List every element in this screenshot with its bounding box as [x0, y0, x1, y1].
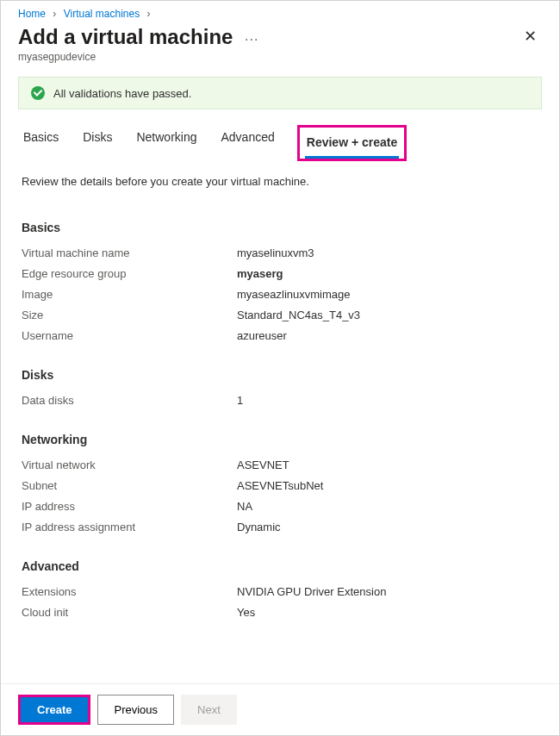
value-resource-group: myaserg [237, 267, 283, 280]
page-title: Add a virtual machine [18, 25, 233, 48]
tab-disks[interactable]: Disks [81, 125, 114, 161]
value-ip-assignment: Dynamic [237, 521, 281, 533]
value-data-disks: 1 [237, 394, 243, 407]
breadcrumb-home[interactable]: Home [18, 8, 46, 20]
label-ip-assignment: IP address assignment [22, 521, 237, 533]
label-extensions: Extensions [22, 585, 237, 598]
label-resource-group: Edge resource group [22, 267, 237, 280]
value-extensions: NVIDIA GPU Driver Extension [237, 585, 386, 598]
chevron-right-icon: › [53, 8, 56, 20]
close-icon[interactable]: ✕ [519, 25, 542, 47]
label-vm-name: Virtual machine name [22, 246, 237, 259]
resource-subtitle: myasegpudevice [1, 49, 559, 77]
create-button[interactable]: Create [21, 697, 88, 722]
value-cloud-init: Yes [237, 606, 255, 619]
chevron-right-icon: › [147, 8, 151, 20]
footer-toolbar: Create Previous Next [1, 683, 559, 735]
check-circle-icon [31, 86, 45, 100]
review-description: Review the details before you create you… [1, 161, 559, 195]
section-networking: Networking Virtual network ASEVNET Subne… [22, 433, 538, 533]
next-button: Next [181, 695, 237, 725]
section-basics: Basics Virtual machine name myaselinuxvm… [22, 221, 538, 342]
more-icon[interactable]: ··· [245, 32, 258, 47]
label-virtual-network: Virtual network [22, 458, 237, 471]
tab-advanced[interactable]: Advanced [220, 125, 277, 161]
tab-review-create[interactable]: Review + create [305, 130, 399, 159]
value-username: azureuser [237, 329, 287, 342]
value-ip-address: NA [237, 500, 252, 513]
tab-review-highlight: Review + create [297, 125, 407, 161]
label-username: Username [22, 329, 237, 342]
value-subnet: ASEVNETsubNet [237, 479, 323, 492]
label-subnet: Subnet [22, 479, 237, 492]
tab-networking[interactable]: Networking [134, 125, 198, 161]
breadcrumb-virtual-machines[interactable]: Virtual machines [64, 8, 140, 20]
section-title-disks: Disks [22, 368, 538, 382]
label-cloud-init: Cloud init [22, 606, 237, 619]
label-ip-address: IP address [22, 500, 237, 513]
validation-message: All validations have passed. [53, 87, 191, 100]
value-image: myaseazlinuxvmimage [237, 288, 351, 301]
validation-banner: All validations have passed. [18, 77, 542, 109]
previous-button[interactable]: Previous [97, 695, 174, 725]
label-data-disks: Data disks [22, 394, 237, 407]
value-virtual-network: ASEVNET [237, 458, 289, 471]
value-vm-name: myaselinuxvm3 [237, 246, 314, 259]
create-button-highlight: Create [18, 695, 90, 725]
section-disks: Disks Data disks 1 [22, 368, 538, 407]
value-size: Standard_NC4as_T4_v3 [237, 309, 360, 321]
label-image: Image [22, 288, 237, 301]
tabs: Basics Disks Networking Advanced Review … [1, 125, 559, 161]
section-title-networking: Networking [22, 433, 538, 446]
breadcrumb: Home › Virtual machines › [1, 1, 559, 23]
section-advanced: Advanced Extensions NVIDIA GPU Driver Ex… [22, 559, 538, 619]
section-title-advanced: Advanced [22, 559, 538, 573]
tab-basics[interactable]: Basics [22, 125, 60, 161]
section-title-basics: Basics [22, 221, 538, 234]
label-size: Size [22, 309, 237, 321]
